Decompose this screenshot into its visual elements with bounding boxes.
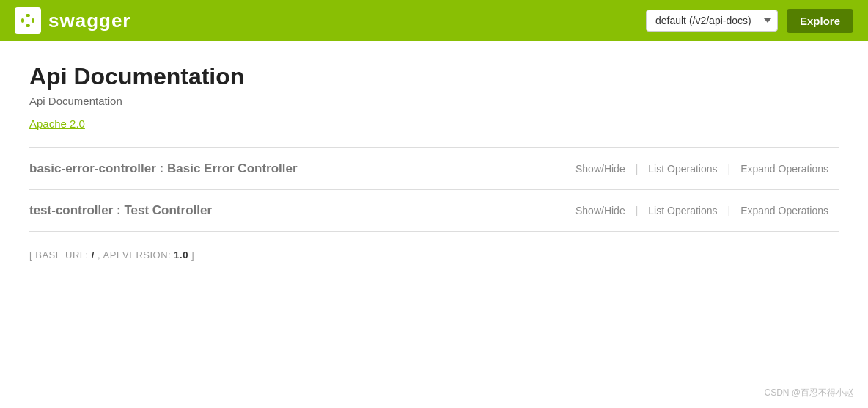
navbar-right: default (/v2/api-docs) Explore bbox=[646, 9, 853, 33]
list-operations-link-1[interactable]: List Operations bbox=[638, 163, 727, 175]
svg-rect-3 bbox=[26, 24, 30, 27]
page-title: Api Documentation bbox=[29, 63, 839, 90]
base-url-text: [ BASE URL: / , API VERSION: 1.0 ] bbox=[29, 249, 194, 261]
controller-row-2: test-controller : Test Controller Show/H… bbox=[29, 190, 839, 232]
license-link[interactable]: Apache 2.0 bbox=[29, 117, 85, 130]
svg-rect-1 bbox=[32, 18, 34, 23]
api-version: 1.0 bbox=[174, 249, 188, 261]
swagger-logo-icon bbox=[15, 7, 41, 34]
svg-rect-0 bbox=[21, 18, 24, 23]
expand-operations-link-1[interactable]: Expand Operations bbox=[730, 163, 839, 175]
explore-button[interactable]: Explore bbox=[787, 9, 853, 33]
controller-actions-1: Show/Hide | List Operations | Expand Ope… bbox=[565, 163, 839, 175]
controllers-section: basic-error-controller : Basic Error Con… bbox=[29, 147, 839, 232]
watermark: CSDN @百忍不得小赵 bbox=[764, 387, 853, 399]
controller-actions-2: Show/Hide | List Operations | Expand Ope… bbox=[565, 205, 839, 216]
svg-rect-2 bbox=[26, 14, 30, 17]
show-hide-link-1[interactable]: Show/Hide bbox=[565, 163, 636, 175]
page-subtitle: Api Documentation bbox=[29, 95, 839, 107]
navbar: swagger default (/v2/api-docs) Explore bbox=[0, 0, 868, 41]
expand-operations-link-2[interactable]: Expand Operations bbox=[730, 205, 839, 216]
main-content: Api Documentation Api Documentation Apac… bbox=[0, 41, 868, 283]
api-select[interactable]: default (/v2/api-docs) bbox=[646, 10, 778, 32]
list-operations-link-2[interactable]: List Operations bbox=[638, 205, 727, 216]
brand: swagger bbox=[15, 7, 131, 34]
controller-name-2: test-controller : Test Controller bbox=[29, 203, 212, 218]
base-url-section: [ BASE URL: / , API VERSION: 1.0 ] bbox=[29, 249, 839, 261]
show-hide-link-2[interactable]: Show/Hide bbox=[565, 205, 636, 216]
controller-row-1: basic-error-controller : Basic Error Con… bbox=[29, 148, 839, 190]
controller-name-1: basic-error-controller : Basic Error Con… bbox=[29, 161, 298, 176]
brand-name: swagger bbox=[48, 10, 131, 32]
